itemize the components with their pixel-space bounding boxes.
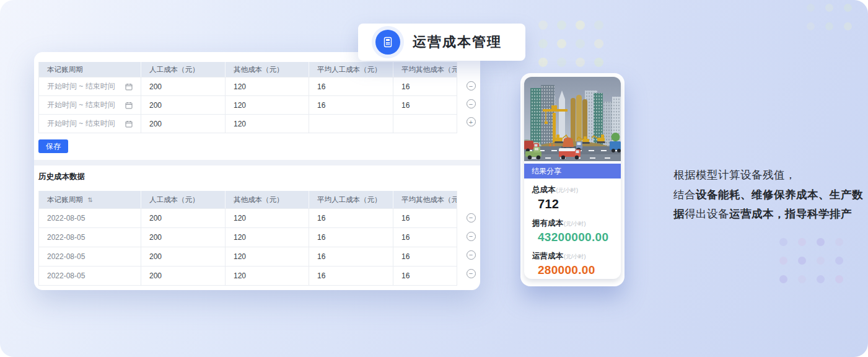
avg-labor-cost-cell[interactable]: 16 <box>309 77 393 95</box>
metric-label: 拥有成本 <box>532 218 563 229</box>
avg-other-cost-cell[interactable]: 16 <box>393 77 457 95</box>
decor-dot <box>538 39 548 48</box>
minus-circle-icon[interactable]: − <box>467 213 476 223</box>
page-title: 运营成本管理 <box>413 33 502 51</box>
plus-circle-icon[interactable]: + <box>467 117 476 126</box>
phone-screen: 结果分享 总成本 (元/小时) 712 拥有成本 (元/小时) 43200000… <box>524 77 621 279</box>
period-range-field[interactable]: 开始时间 ~ 结束时间 <box>39 96 141 114</box>
minus-circle-icon[interactable]: − <box>467 232 476 241</box>
period-date-cell: 2022-08-05 <box>39 247 141 266</box>
decor-dot <box>807 22 815 30</box>
avg-labor-cost-cell: 16 <box>309 247 393 266</box>
decor-dot <box>594 39 603 48</box>
period-date-cell: 2022-08-05 <box>39 267 141 285</box>
labor-cost-cell: 200 <box>141 247 226 266</box>
page-background: 本记账周期 人工成本（元） 其他成本（元） 平均人工成本（元） 平均其他成本（元… <box>0 0 868 357</box>
avg-other-cost-cell: 16 <box>393 247 457 266</box>
decor-dot <box>779 275 787 283</box>
period-range-text: 开始时间 ~ 结束时间 <box>47 81 115 92</box>
avg-other-cost-cell[interactable]: 16 <box>393 96 457 114</box>
avg-other-cost-cell[interactable] <box>393 115 457 133</box>
metric-value: 712 <box>538 197 613 211</box>
header-labor-cost: 人工成本（元） <box>141 62 226 77</box>
cost-entry-table: 本记账周期 人工成本（元） 其他成本（元） 平均人工成本（元） 平均其他成本（元… <box>38 62 457 133</box>
calculator-icon <box>375 30 400 55</box>
decor-dot <box>807 4 815 12</box>
history-cost-table: 本记账周期 ⇅ 人工成本（元） 其他成本（元） 平均人工成本（元） 平均其他成本… <box>38 191 457 286</box>
minus-circle-icon[interactable]: − <box>467 81 476 90</box>
header-other-cost: 其他成本（元） <box>226 62 309 77</box>
decor-dot <box>817 275 825 283</box>
decor-dot <box>557 58 566 67</box>
header-avg-other-cost: 平均其他成本（元） <box>393 62 457 77</box>
decor-dot <box>779 257 787 265</box>
calendar-icon[interactable] <box>125 120 133 128</box>
decor-dot <box>557 39 566 48</box>
labor-cost-cell[interactable]: 200 <box>141 96 226 114</box>
decor-dot <box>825 4 833 12</box>
table-header-row: 本记账周期 人工成本（元） 其他成本（元） 平均人工成本（元） 平均其他成本（元… <box>39 62 457 77</box>
cost-management-panel: 本记账周期 人工成本（元） 其他成本（元） 平均人工成本（元） 平均其他成本（元… <box>34 52 480 290</box>
metric-value: 280000.00 <box>538 263 613 277</box>
period-range-field[interactable]: 开始时间 ~ 结束时间 <box>39 115 141 133</box>
description-line: 据得出设备运营成本，指导科学排产 <box>673 205 868 224</box>
avg-labor-cost-cell: 16 <box>309 209 393 227</box>
table-row: 2022-08-05 200 120 16 16 <box>39 247 457 266</box>
header-avg-labor-cost: 平均人工成本（元） <box>309 62 393 77</box>
decor-dot <box>835 238 843 246</box>
decor-dot <box>844 4 852 12</box>
decor-dot <box>576 20 585 30</box>
avg-labor-cost-cell[interactable]: 16 <box>309 96 393 114</box>
calendar-icon[interactable] <box>125 83 133 90</box>
header-other-cost: 其他成本（元） <box>226 191 309 208</box>
save-button[interactable]: 保存 <box>38 139 68 153</box>
labor-cost-cell: 200 <box>141 209 226 227</box>
table-row: 开始时间 ~ 结束时间 200 120 <box>39 114 457 133</box>
decor-dot <box>798 238 806 246</box>
other-cost-cell[interactable]: 120 <box>226 77 309 95</box>
page-title-badge: 运营成本管理 <box>358 24 525 61</box>
operating-cost-metric: 运营成本 (元/小时) 280000.00 <box>532 251 613 277</box>
badge-halo <box>372 26 404 58</box>
cost-metrics: 总成本 (元/小时) 712 拥有成本 (元/小时) 43200000.00 运… <box>524 178 621 277</box>
description-line: 根据模型计算设备残值， <box>673 165 868 185</box>
calendar-icon[interactable] <box>125 102 133 109</box>
decor-dot <box>835 275 843 283</box>
header-avg-other-cost: 平均其他成本（元） <box>393 191 457 208</box>
other-cost-cell[interactable]: 120 <box>226 115 309 133</box>
decor-dot <box>538 20 548 30</box>
other-cost-cell: 120 <box>226 209 309 227</box>
feature-description: 根据模型计算设备残值， 结合设备能耗、维修保养成本、生产数 据得出设备运营成本，… <box>673 165 868 224</box>
metric-unit: (元/小时) <box>556 187 579 195</box>
decor-dot <box>576 39 585 48</box>
decor-dot <box>817 257 825 265</box>
period-range-text: 开始时间 ~ 结束时间 <box>47 118 115 129</box>
labor-cost-cell[interactable]: 200 <box>141 77 226 95</box>
avg-labor-cost-cell: 16 <box>309 267 393 285</box>
period-date-cell: 2022-08-05 <box>39 228 141 247</box>
result-share-bar: 结果分享 <box>524 164 621 178</box>
other-cost-cell[interactable]: 120 <box>226 96 309 114</box>
minus-circle-icon[interactable]: − <box>467 99 476 108</box>
table-row: 开始时间 ~ 结束时间 200 120 16 16 <box>39 77 457 95</box>
labor-cost-cell[interactable]: 200 <box>141 115 226 133</box>
avg-other-cost-cell: 16 <box>393 228 457 247</box>
minus-circle-icon[interactable]: − <box>467 269 476 278</box>
construction-illustration <box>524 77 621 161</box>
phone-mockup: 结果分享 总成本 (元/小时) 712 拥有成本 (元/小时) 43200000… <box>520 73 625 286</box>
header-period: 本记账周期 ⇅ <box>39 191 141 208</box>
section-divider <box>34 160 480 165</box>
avg-labor-cost-cell[interactable] <box>309 115 393 133</box>
total-cost-metric: 总成本 (元/小时) 712 <box>532 185 613 211</box>
period-range-field[interactable]: 开始时间 ~ 结束时间 <box>39 77 141 95</box>
sort-icon[interactable]: ⇅ <box>88 196 93 203</box>
decor-dot <box>538 58 548 67</box>
period-date-cell: 2022-08-05 <box>39 209 141 227</box>
decor-dot <box>594 58 603 67</box>
minus-circle-icon[interactable]: − <box>467 250 476 260</box>
owning-cost-metric: 拥有成本 (元/小时) 43200000.00 <box>532 218 613 244</box>
header-period: 本记账周期 <box>39 62 141 77</box>
metric-label: 运营成本 <box>532 251 563 262</box>
decor-dot <box>844 22 852 30</box>
avg-other-cost-cell: 16 <box>393 267 457 285</box>
